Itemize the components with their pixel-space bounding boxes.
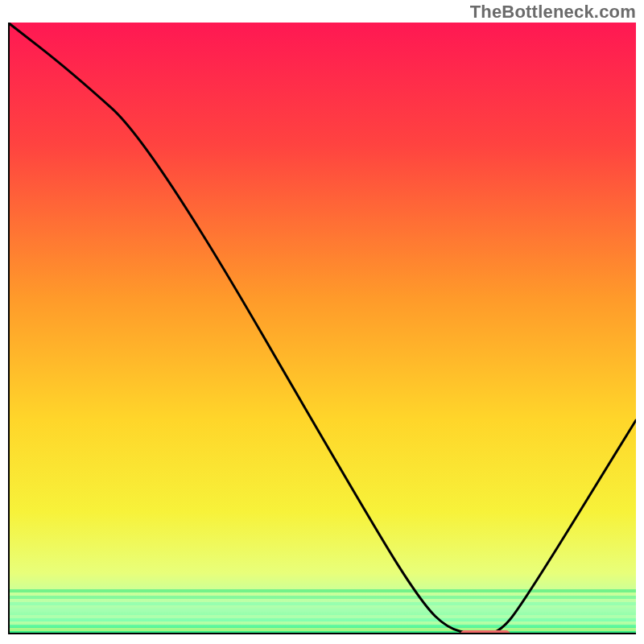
- chart-plot-region: [8, 23, 636, 634]
- chart-bottom-bands: [8, 591, 636, 630]
- chart-background-gradient: [8, 23, 636, 634]
- chart-svg: [8, 23, 636, 634]
- watermark-text: TheBottleneck.com: [470, 2, 636, 23]
- chart-stage: TheBottleneck.com: [0, 0, 644, 644]
